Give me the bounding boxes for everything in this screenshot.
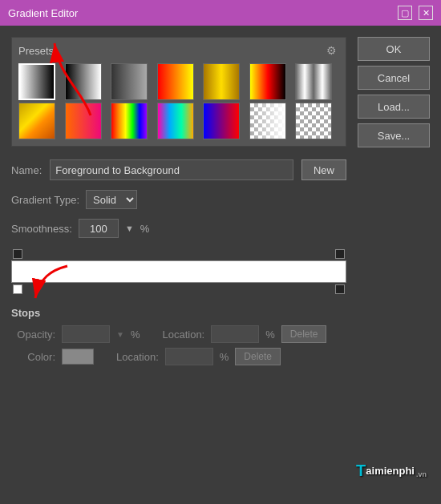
title-bar: Gradient Editor ▢ ✕ <box>0 0 441 26</box>
smoothness-row: Smoothness: ▼ % <box>11 219 346 238</box>
gradient-type-select[interactable]: Solid Noise <box>86 190 137 209</box>
presets-label: Presets <box>18 45 54 57</box>
preset-item[interactable] <box>249 63 286 100</box>
stops-section: Stops Opacity: ▼ % Location: % Delete Co… <box>11 307 346 370</box>
preset-item[interactable] <box>203 103 240 139</box>
name-row: Name: New <box>11 159 346 180</box>
watermark-sub: .vn <box>416 470 427 478</box>
stops-title: Stops <box>11 307 346 319</box>
preset-item[interactable] <box>18 63 55 100</box>
preset-item[interactable] <box>203 63 240 100</box>
location-unit-1: % <box>265 329 275 341</box>
preset-item[interactable] <box>249 103 286 139</box>
ok-button[interactable]: OK <box>358 37 430 61</box>
location-label-2: Location: <box>116 351 159 363</box>
window-controls: ▢ ✕ <box>398 6 433 20</box>
presets-header: Presets ⚙ <box>18 44 339 57</box>
preset-item[interactable] <box>295 103 332 139</box>
opacity-row: Opacity: ▼ % Location: % Delete <box>11 325 346 343</box>
preset-item[interactable] <box>295 63 332 100</box>
name-input[interactable] <box>50 159 293 180</box>
bottom-stop-right[interactable] <box>335 284 345 294</box>
color-row: Color: Location: % Delete <box>11 348 346 365</box>
preset-item[interactable] <box>65 103 102 139</box>
gradient-type-label: Gradient Type: <box>11 194 79 206</box>
opacity-label: Opacity: <box>11 329 55 341</box>
gradient-bar-area <box>11 249 346 294</box>
watermark: T aimienphi .vn <box>356 462 427 480</box>
location-input-1[interactable] <box>211 325 259 343</box>
smoothness-label: Smoothness: <box>11 223 72 235</box>
gradient-bar[interactable] <box>11 260 346 283</box>
delete-button-2[interactable]: Delete <box>235 348 281 365</box>
opacity-dropdown[interactable]: ▼ <box>116 330 124 339</box>
name-label: Name: <box>11 164 42 176</box>
left-panel: Presets ⚙ <box>11 37 346 493</box>
preset-item[interactable] <box>157 103 194 139</box>
location-unit-2: % <box>220 351 229 363</box>
save-button[interactable]: Save... <box>358 123 430 147</box>
preset-item[interactable] <box>111 103 148 139</box>
right-panel: OK Cancel Load... Save... <box>358 37 430 493</box>
opacity-input[interactable] <box>62 325 110 343</box>
bottom-stops <box>11 284 346 294</box>
presets-section: Presets ⚙ <box>11 37 346 147</box>
load-button[interactable]: Load... <box>358 95 430 119</box>
top-stops <box>11 249 346 259</box>
smoothness-dropdown-icon[interactable]: ▼ <box>125 224 134 233</box>
preset-item[interactable] <box>18 103 55 139</box>
smoothness-input[interactable] <box>79 219 119 238</box>
watermark-letter: T <box>356 462 366 480</box>
color-label: Color: <box>11 351 55 363</box>
top-stop-right[interactable] <box>335 249 345 259</box>
presets-grid <box>18 63 339 139</box>
preset-item[interactable] <box>111 63 148 100</box>
close-button[interactable]: ✕ <box>419 6 433 20</box>
bottom-stop-left[interactable] <box>13 284 22 294</box>
opacity-unit: % <box>131 329 140 341</box>
location-input-2[interactable] <box>165 348 213 365</box>
preset-item[interactable] <box>157 63 194 100</box>
main-content: Presets ⚙ <box>0 26 441 504</box>
watermark-text: aimienphi <box>366 465 415 477</box>
delete-button-1[interactable]: Delete <box>281 325 327 343</box>
gradient-type-row: Gradient Type: Solid Noise <box>11 190 346 209</box>
cancel-button[interactable]: Cancel <box>358 66 430 90</box>
top-stop-left[interactable] <box>13 249 22 259</box>
smoothness-unit: % <box>140 223 150 235</box>
new-button[interactable]: New <box>301 159 346 180</box>
minimize-button[interactable]: ▢ <box>398 6 412 20</box>
location-label-1: Location: <box>162 329 204 341</box>
gear-icon[interactable]: ⚙ <box>326 44 339 57</box>
window-title: Gradient Editor <box>8 7 78 19</box>
color-swatch[interactable] <box>62 349 94 365</box>
preset-item[interactable] <box>65 63 102 100</box>
